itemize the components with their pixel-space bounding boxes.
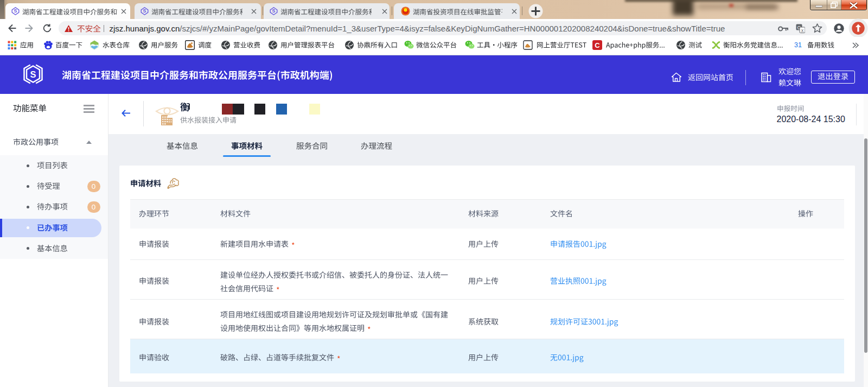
svg-text:S: S	[30, 69, 36, 79]
svg-text:x: x	[801, 28, 804, 33]
svg-text:S: S	[143, 8, 146, 14]
svg-text:S: S	[272, 8, 276, 14]
svg-text:C: C	[595, 41, 600, 49]
svg-text:S: S	[14, 8, 17, 14]
